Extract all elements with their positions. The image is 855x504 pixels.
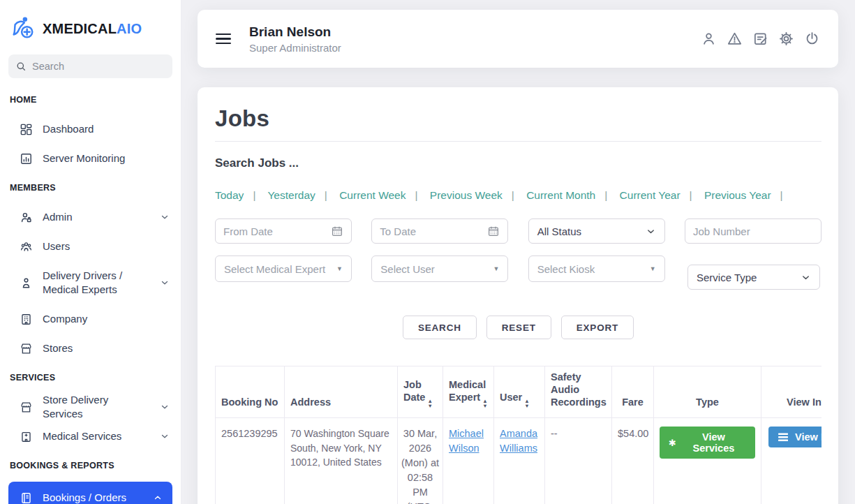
quick-filter-current-year[interactable]: Current Year [620, 189, 681, 201]
separator: | [604, 189, 607, 201]
jobs-table: Booking No Address Job Date▲▼ Medical Ex… [215, 366, 821, 504]
col-header-medical-expert[interactable]: Medical Expert▲▼ [443, 366, 494, 418]
chevron-down-icon [646, 226, 656, 237]
sidebar-item-server-monitoring[interactable]: Server Monitoring [0, 144, 181, 173]
cell-medical-expert: Michael Wilson [443, 418, 494, 504]
jobs-table-wrapper[interactable]: Booking No Address Job Date▲▼ Medical Ex… [215, 366, 821, 504]
table-header-row: Booking No Address Job Date▲▼ Medical Ex… [216, 366, 822, 418]
quick-filter-current-week[interactable]: Current Week [339, 189, 406, 201]
sidebar-item-bookings-orders[interactable]: Bookings / Orders [8, 482, 172, 504]
quick-filter-previous-year[interactable]: Previous Year [704, 189, 771, 201]
view-services-button[interactable]: ✱View Services [660, 427, 755, 459]
sidebar-item-label: Stores [43, 341, 73, 355]
sidebar-item-stores[interactable]: Stores [0, 334, 181, 363]
main-area: Brian Nelson Super Administrator Jobs Se… [181, 0, 855, 504]
sort-icon: ▲▼ [524, 399, 529, 408]
status-select[interactable]: All Status [528, 218, 665, 244]
cell-job-date: 30 Mar, 2026 (Mon) at 02:58 PM (UTC: [398, 418, 443, 504]
calendar-icon[interactable] [487, 225, 500, 237]
quick-filter-current-month[interactable]: Current Month [526, 189, 595, 201]
search-button[interactable]: SEARCH [403, 316, 477, 339]
sidebar-item-medical-services[interactable]: Medical Services [0, 422, 181, 451]
kiosk-select[interactable]: Select Kiosk ▼ [528, 255, 665, 282]
sidebar-item-label: Company [43, 312, 87, 326]
settings-icon[interactable] [778, 31, 794, 47]
logs-icon[interactable] [752, 31, 768, 47]
export-button[interactable]: EXPORT [561, 316, 634, 339]
topbar-actions [701, 31, 820, 47]
gear-icon: ✱ [669, 438, 676, 447]
to-date-field[interactable] [371, 218, 508, 244]
jobs-panel: Jobs Search Jobs ... Today| Yesterday| C… [198, 87, 838, 504]
sidebar-item-store-delivery-services[interactable]: Store Delivery Services [0, 392, 181, 422]
job-number-field[interactable] [685, 218, 821, 244]
service-type-value: Service Type [697, 272, 757, 283]
user-link[interactable]: Amanda Williams [500, 428, 537, 454]
bookings-icon [20, 491, 33, 504]
chevron-down-icon [160, 278, 170, 288]
from-date-field[interactable] [215, 218, 352, 244]
separator: | [253, 189, 255, 201]
user-name: Brian Nelson [249, 24, 341, 40]
kiosk-select-placeholder: Select Kiosk [537, 263, 595, 275]
calendar-icon[interactable] [331, 225, 343, 237]
col-header-view-invoice: View Invoice [761, 366, 822, 418]
user-role: Super Administrator [249, 42, 341, 54]
separator: | [325, 189, 327, 201]
alert-icon[interactable] [727, 31, 743, 47]
medical-expert-link[interactable]: Michael Wilson [449, 428, 484, 454]
sidebar-item-admin[interactable]: Admin [0, 202, 181, 232]
topbar: Brian Nelson Super Administrator [198, 10, 838, 68]
from-date-input[interactable] [223, 225, 327, 237]
quick-filter-previous-week[interactable]: Previous Week [430, 189, 503, 201]
sidebar-item-company[interactable]: Company [0, 304, 181, 334]
chevron-down-icon [160, 212, 170, 222]
service-type-select[interactable]: Service Type [687, 265, 820, 290]
cell-view-invoice: View Invoice [761, 418, 822, 504]
chevron-down-icon [160, 431, 170, 441]
sidebar-item-label: Server Monitoring [43, 151, 125, 165]
power-icon[interactable] [804, 31, 820, 47]
sidebar-item-label: Bookings / Orders [43, 491, 126, 504]
reset-button[interactable]: RESET [486, 316, 551, 339]
sidebar-search [8, 54, 172, 78]
chevron-up-icon [153, 493, 163, 503]
dropdown-arrow-icon: ▼ [650, 265, 656, 272]
job-number-input[interactable] [693, 225, 813, 237]
admin-lock-icon [20, 211, 33, 224]
col-header-job-date[interactable]: Job Date▲▼ [398, 366, 443, 418]
hamburger-menu-icon[interactable] [216, 34, 231, 44]
company-building-icon [20, 313, 33, 326]
logo[interactable]: XMEDICALAIO [0, 0, 181, 54]
sidebar-item-label: Users [43, 239, 70, 253]
sidebar-item-label: Admin [43, 210, 73, 224]
table-row: 2561239295 70 Washington Square South, N… [216, 418, 822, 504]
separator: | [780, 189, 783, 201]
quick-filter-yesterday[interactable]: Yesterday [267, 189, 315, 201]
search-input[interactable] [32, 61, 165, 72]
profile-icon[interactable] [701, 31, 717, 47]
sort-icon: ▲▼ [482, 399, 487, 408]
separator: | [415, 189, 418, 201]
search-icon [15, 61, 27, 72]
cell-address: 70 Washington Square South, New York, NY… [285, 418, 398, 504]
col-header-safety-audio: Safety Audio Recordings [545, 366, 612, 418]
divider [215, 141, 821, 142]
sidebar-item-label: Store Delivery Services [43, 393, 150, 422]
view-invoice-button[interactable]: View Invoice [768, 427, 821, 447]
medical-expert-select[interactable]: Select Medical Expert ▼ [215, 255, 352, 282]
cell-user: Amanda Williams [494, 418, 545, 504]
sidebar-item-label: Delivery Drivers / Medical Experts [43, 269, 147, 297]
sidebar-item-delivery-drivers[interactable]: Delivery Drivers / Medical Experts [0, 261, 181, 304]
col-header-user[interactable]: User▲▼ [494, 366, 545, 418]
search-jobs-heading: Search Jobs ... [215, 156, 821, 170]
to-date-input[interactable] [380, 225, 483, 237]
section-label-bookings-reports: BOOKINGS & REPORTS [0, 451, 181, 480]
user-select[interactable]: Select User ▼ [371, 255, 508, 282]
sidebar-item-dashboard[interactable]: Dashboard [0, 114, 181, 144]
sort-icon: ▲▼ [427, 399, 432, 408]
sidebar-item-label: Dashboard [43, 122, 94, 136]
dropdown-arrow-icon: ▼ [493, 265, 499, 272]
quick-filter-today[interactable]: Today [215, 189, 244, 201]
sidebar-item-users[interactable]: Users [0, 232, 181, 261]
